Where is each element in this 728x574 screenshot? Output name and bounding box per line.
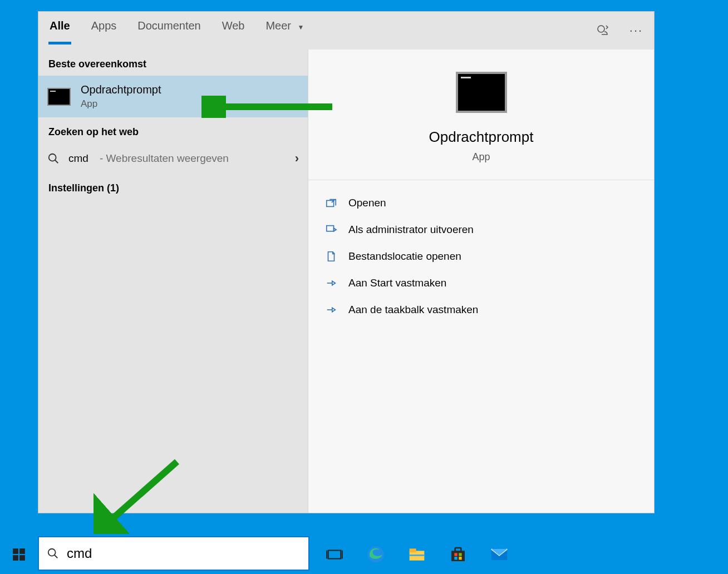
result-subtitle: App bbox=[81, 98, 161, 110]
svg-rect-4 bbox=[327, 226, 334, 231]
action-pin-start-label: Aan Start vastmaken bbox=[348, 277, 446, 289]
svg-point-13 bbox=[48, 549, 56, 556]
feedback-icon[interactable] bbox=[596, 24, 609, 37]
web-suffix-text: - Webresultaten weergeven bbox=[100, 152, 229, 165]
search-web-heading: Zoeken op het web bbox=[38, 117, 308, 144]
microsoft-store-icon[interactable] bbox=[449, 545, 468, 564]
web-query-text: cmd bbox=[68, 152, 88, 165]
action-run-admin[interactable]: Als administrator uitvoeren bbox=[323, 219, 640, 240]
search-icon bbox=[47, 152, 60, 165]
result-title: Opdrachtprompt bbox=[81, 83, 161, 96]
svg-rect-25 bbox=[459, 553, 461, 556]
open-icon bbox=[325, 197, 337, 209]
tab-web[interactable]: Web bbox=[222, 19, 245, 42]
svg-rect-22 bbox=[451, 551, 465, 561]
web-result-cmd[interactable]: cmd - Webresultaten weergeven › bbox=[38, 144, 308, 174]
more-options-icon[interactable]: ··· bbox=[629, 24, 643, 37]
search-input[interactable] bbox=[67, 546, 301, 561]
shield-icon bbox=[325, 224, 337, 236]
mail-icon[interactable] bbox=[490, 545, 509, 564]
edge-icon[interactable] bbox=[366, 545, 385, 564]
action-open-label: Openen bbox=[348, 197, 386, 209]
svg-rect-10 bbox=[19, 548, 25, 554]
action-open-location-label: Bestandslocatie openen bbox=[348, 250, 461, 263]
folder-icon bbox=[325, 250, 337, 263]
search-tabs: Alle Apps Documenten Web Meer ▼ bbox=[50, 19, 304, 42]
taskbar bbox=[0, 535, 728, 574]
start-button[interactable] bbox=[0, 535, 38, 574]
tab-more[interactable]: Meer ▼ bbox=[265, 19, 304, 42]
search-flyout: Alle Apps Documenten Web Meer ▼ ··· Best… bbox=[38, 11, 655, 513]
svg-rect-12 bbox=[19, 555, 25, 561]
svg-rect-24 bbox=[454, 553, 457, 556]
pin-icon bbox=[325, 304, 337, 316]
tab-all[interactable]: Alle bbox=[50, 19, 70, 42]
svg-rect-27 bbox=[459, 557, 461, 560]
preview-pane: Opdrachtprompt App Openen Als administra… bbox=[308, 50, 654, 513]
svg-line-14 bbox=[55, 555, 58, 558]
svg-point-0 bbox=[598, 26, 604, 32]
svg-rect-20 bbox=[410, 548, 416, 552]
svg-rect-23 bbox=[455, 548, 461, 552]
result-opdrachtprompt[interactable]: Opdrachtprompt App bbox=[38, 76, 308, 117]
tab-apps[interactable]: Apps bbox=[91, 19, 117, 42]
taskbar-search[interactable] bbox=[38, 536, 309, 571]
action-open-location[interactable]: Bestandslocatie openen bbox=[323, 246, 640, 267]
preview-subtitle: App bbox=[472, 151, 490, 163]
chevron-right-icon: › bbox=[295, 151, 299, 166]
action-pin-taskbar[interactable]: Aan de taakbalk vastmaken bbox=[323, 299, 640, 320]
svg-rect-15 bbox=[328, 551, 341, 559]
svg-line-2 bbox=[55, 160, 58, 164]
action-pin-start[interactable]: Aan Start vastmaken bbox=[323, 273, 640, 294]
action-run-admin-label: Als administrator uitvoeren bbox=[348, 224, 474, 236]
search-header: Alle Apps Documenten Web Meer ▼ ··· bbox=[38, 12, 654, 50]
svg-rect-11 bbox=[13, 555, 18, 561]
file-explorer-icon[interactable] bbox=[407, 545, 426, 564]
svg-point-1 bbox=[49, 154, 56, 161]
chevron-down-icon: ▼ bbox=[298, 23, 304, 31]
pin-icon bbox=[325, 277, 337, 289]
search-icon bbox=[47, 547, 59, 560]
results-pane: Beste overeenkomst Opdrachtprompt App Zo… bbox=[38, 50, 308, 513]
best-match-heading: Beste overeenkomst bbox=[38, 50, 308, 76]
svg-rect-21 bbox=[410, 555, 425, 556]
svg-rect-9 bbox=[13, 548, 18, 554]
tab-more-label: Meer bbox=[265, 19, 291, 32]
preview-cmd-icon bbox=[456, 72, 507, 113]
tab-documents[interactable]: Documenten bbox=[137, 19, 200, 42]
action-open[interactable]: Openen bbox=[323, 192, 640, 214]
preview-title: Opdrachtprompt bbox=[429, 128, 534, 146]
cmd-icon bbox=[47, 88, 71, 106]
svg-rect-26 bbox=[454, 557, 457, 560]
action-pin-taskbar-label: Aan de taakbalk vastmaken bbox=[348, 304, 478, 316]
settings-heading: Instellingen (1) bbox=[38, 174, 308, 200]
task-view-icon[interactable] bbox=[325, 545, 344, 564]
